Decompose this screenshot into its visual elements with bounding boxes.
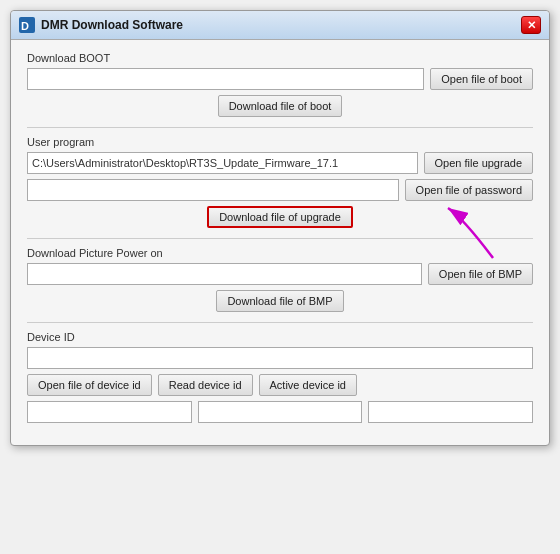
close-button[interactable]: ✕: [521, 16, 541, 34]
user-program-section: User program Open file upgrade Open file…: [27, 136, 533, 228]
download-bmp-button[interactable]: Download file of BMP: [216, 290, 343, 312]
device-id-input-row: [27, 347, 533, 369]
read-device-id-button[interactable]: Read device id: [158, 374, 253, 396]
open-file-boot-button[interactable]: Open file of boot: [430, 68, 533, 90]
device-buttons-row: Open file of device id Read device id Ac…: [27, 374, 533, 396]
divider1: [27, 127, 533, 128]
device-id-section: Device ID Open file of device id Read de…: [27, 331, 533, 423]
device-bottom-inputs-row: [27, 401, 533, 423]
download-boot-section: Download BOOT Open file of boot Download…: [27, 52, 533, 117]
upgrade-row1: Open file upgrade: [27, 152, 533, 174]
bmp-center-row: Download file of BMP: [27, 290, 533, 312]
user-program-label: User program: [27, 136, 533, 148]
device-bottom-input-1[interactable]: [27, 401, 192, 423]
divider3: [27, 322, 533, 323]
content-area: Download BOOT Open file of boot Download…: [11, 40, 549, 445]
device-id-input[interactable]: [27, 347, 533, 369]
title-bar: D DMR Download Software ✕: [11, 11, 549, 40]
device-bottom-input-3[interactable]: [368, 401, 533, 423]
download-boot-label: Download BOOT: [27, 52, 533, 64]
bmp-file-input[interactable]: [27, 263, 422, 285]
device-id-label: Device ID: [27, 331, 533, 343]
main-window: D DMR Download Software ✕ Download BOOT …: [10, 10, 550, 446]
svg-text:D: D: [21, 20, 29, 32]
boot-row1: Open file of boot: [27, 68, 533, 90]
title-bar-left: D DMR Download Software: [19, 17, 183, 33]
download-boot-button[interactable]: Download file of boot: [218, 95, 343, 117]
open-device-id-button[interactable]: Open file of device id: [27, 374, 152, 396]
arrow-annotation: [413, 198, 503, 268]
download-upgrade-button[interactable]: Download file of upgrade: [207, 206, 353, 228]
active-device-id-button[interactable]: Active device id: [259, 374, 357, 396]
upgrade-file-input[interactable]: [27, 152, 418, 174]
boot-center-row: Download file of boot: [27, 95, 533, 117]
arrow-wrapper: Download file of upgrade: [27, 206, 533, 228]
password-file-input[interactable]: [27, 179, 399, 201]
boot-file-input[interactable]: [27, 68, 424, 90]
app-icon: D: [19, 17, 35, 33]
device-bottom-input-2[interactable]: [198, 401, 363, 423]
window-title: DMR Download Software: [41, 18, 183, 32]
open-file-upgrade-button[interactable]: Open file upgrade: [424, 152, 533, 174]
